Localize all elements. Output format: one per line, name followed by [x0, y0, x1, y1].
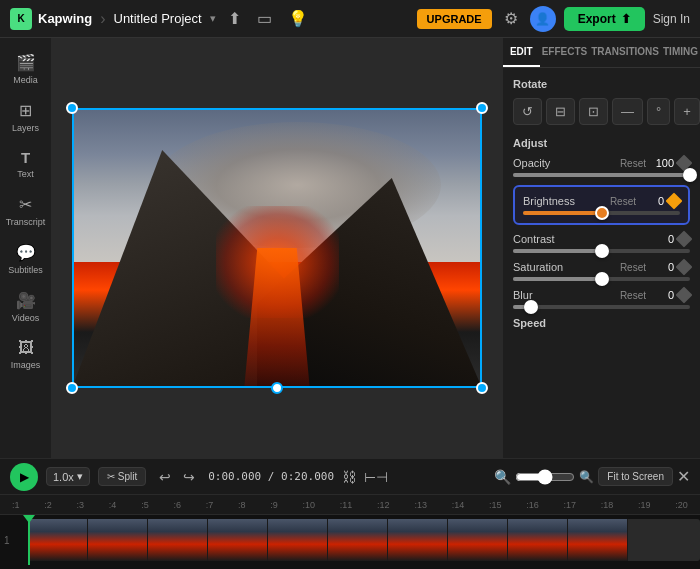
opacity-value: 100	[650, 157, 674, 169]
zoom-controls: 🔍 🔍 Fit to Screen ✕	[494, 467, 690, 486]
blur-reset[interactable]: Reset	[620, 290, 646, 301]
sidebar-item-subtitles[interactable]: 💬 Subtitles	[3, 236, 49, 282]
handle-top-right[interactable]	[476, 102, 488, 114]
rotate-deg-btn[interactable]: °	[647, 98, 670, 125]
play-button[interactable]: ▶	[10, 463, 38, 491]
text-icon: T	[21, 149, 30, 166]
playhead[interactable]	[28, 515, 30, 565]
fit-screen-button[interactable]: Fit to Screen	[598, 467, 673, 486]
handle-bottom-left[interactable]	[66, 382, 78, 394]
zoom-slider[interactable]	[515, 469, 575, 485]
saturation-value: 0	[650, 261, 674, 273]
top-bar: K Kapwing › Untitled Project ▾ ⬆ ▭ 💡 UPG…	[0, 0, 700, 38]
rotate-label: Rotate	[513, 78, 690, 90]
track-thumb-9	[508, 519, 568, 561]
chevron-down-icon[interactable]: ▾	[210, 12, 216, 25]
close-button[interactable]: ✕	[677, 467, 690, 486]
tab-timing[interactable]: TIMING	[661, 38, 700, 67]
panel-tabs: EDIT EFFECTS TRANSITIONS TIMING	[503, 38, 700, 68]
upgrade-button[interactable]: UPGRADE	[417, 9, 492, 29]
settings-icon[interactable]: ⚙	[500, 5, 522, 32]
brightness-value: 0	[640, 195, 664, 207]
display-icon[interactable]: ▭	[253, 5, 276, 32]
volcano-scene	[72, 108, 482, 388]
sidebar-item-images[interactable]: 🖼 Images	[3, 332, 49, 377]
track-thumb-1	[28, 519, 88, 561]
contrast-fill	[513, 249, 602, 253]
opacity-thumb[interactable]	[683, 168, 697, 182]
contrast-keyframe[interactable]	[676, 231, 693, 248]
flip-v-btn[interactable]: ⊡	[579, 98, 608, 125]
speed-chevron-icon: ▾	[77, 470, 83, 483]
sidebar-item-label: Media	[13, 75, 38, 85]
opacity-track[interactable]	[513, 173, 690, 177]
right-panel: EDIT EFFECTS TRANSITIONS TIMING Rotate ↺…	[502, 38, 700, 458]
opacity-label: Opacity	[513, 157, 550, 169]
export-button[interactable]: Export ⬆	[564, 7, 645, 31]
opacity-slider-row: Opacity Reset 100	[513, 157, 690, 177]
sidebar-item-label: Videos	[12, 313, 39, 323]
rotate-pos-btn[interactable]: +	[674, 98, 700, 125]
timeline-track[interactable]	[28, 519, 700, 561]
redo-button[interactable]: ↪	[178, 466, 200, 488]
brand-name: Kapwing	[38, 11, 92, 26]
timeline-track-area: 1	[0, 515, 700, 565]
share-icon[interactable]: ⬆	[224, 5, 245, 32]
brightness-reset[interactable]: Reset	[610, 196, 636, 207]
signin-button[interactable]: Sign In	[653, 12, 690, 26]
lightbulb-icon[interactable]: 💡	[284, 5, 312, 32]
handle-top-left[interactable]	[66, 102, 78, 114]
logo: K Kapwing	[10, 8, 92, 30]
speed-selector[interactable]: 1.0x ▾	[46, 467, 90, 486]
track-thumb-5	[268, 519, 328, 561]
rotate-ccw-btn[interactable]: ↺	[513, 98, 542, 125]
sidebar-item-videos[interactable]: 🎥 Videos	[3, 284, 49, 330]
handle-bottom-right[interactable]	[476, 382, 488, 394]
opacity-reset[interactable]: Reset	[620, 158, 646, 169]
videos-icon: 🎥	[16, 291, 36, 310]
user-avatar[interactable]: 👤	[530, 6, 556, 32]
tab-transitions[interactable]: TRANSITIONS	[589, 38, 661, 67]
blur-thumb[interactable]	[524, 300, 538, 314]
saturation-reset[interactable]: Reset	[620, 262, 646, 273]
blur-track[interactable]	[513, 305, 690, 309]
adjust-label: Adjust	[513, 137, 690, 149]
project-name[interactable]: Untitled Project	[114, 11, 202, 26]
rotate-buttons: ↺ ⊟ ⊡ — ° +	[513, 98, 690, 125]
flip-h-btn[interactable]: ⊟	[546, 98, 575, 125]
tab-edit[interactable]: EDIT	[503, 38, 540, 67]
undo-redo-group: ↩ ↪	[154, 466, 200, 488]
sidebar-item-layers[interactable]: ⊞ Layers	[3, 94, 49, 140]
sidebar-item-label: Images	[11, 360, 41, 370]
zoom-out-button[interactable]: 🔍	[494, 469, 511, 485]
contrast-track[interactable]	[513, 249, 690, 253]
rotate-neg-btn[interactable]: —	[612, 98, 643, 125]
contrast-value: 0	[650, 233, 674, 245]
speed-value: 1.0x	[53, 471, 74, 483]
tab-effects[interactable]: EFFECTS	[540, 38, 590, 67]
saturation-keyframe[interactable]	[676, 259, 693, 276]
timecode: 0:00.000 / 0:20.000	[208, 470, 334, 483]
images-icon: 🖼	[18, 339, 34, 357]
brightness-keyframe[interactable]	[666, 193, 683, 210]
handle-bottom-center[interactable]	[271, 382, 283, 394]
undo-button[interactable]: ↩	[154, 466, 176, 488]
saturation-track[interactable]	[513, 277, 690, 281]
brightness-thumb[interactable]	[595, 206, 609, 220]
split-button[interactable]: ✂ Split	[98, 467, 146, 486]
trim-icon[interactable]: ⊢⊣	[364, 469, 388, 485]
contrast-thumb[interactable]	[595, 244, 609, 258]
speed-label: Speed	[513, 317, 690, 329]
link-icon[interactable]: ⛓	[342, 469, 356, 485]
track-thumb-10	[568, 519, 628, 561]
ruler-marks: :1 :2 :3 :4 :5 :6 :7 :8 :9 :10 :11 :12 :…	[8, 500, 692, 510]
brightness-track[interactable]	[523, 211, 680, 215]
canvas-video[interactable]	[72, 108, 482, 388]
sidebar-item-transcript[interactable]: ✂ Transcript	[3, 188, 49, 234]
zoom-in-button[interactable]: 🔍	[579, 470, 594, 484]
blur-keyframe[interactable]	[676, 287, 693, 304]
saturation-thumb[interactable]	[595, 272, 609, 286]
sidebar-item-text[interactable]: T Text	[3, 142, 49, 186]
contrast-label: Contrast	[513, 233, 555, 245]
sidebar-item-media[interactable]: 🎬 Media	[3, 46, 49, 92]
